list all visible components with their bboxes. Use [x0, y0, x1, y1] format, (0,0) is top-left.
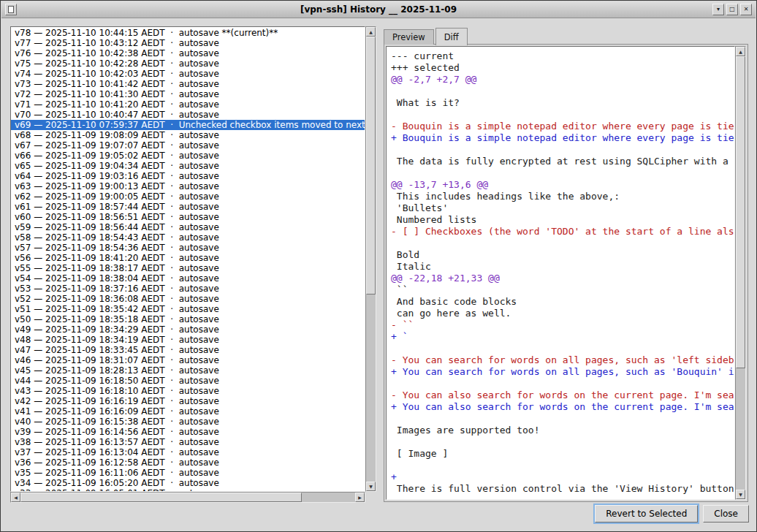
diff-line-context: Images are supported too!: [391, 425, 730, 436]
diff-line-context: [391, 238, 730, 249]
diff-line-context: [391, 413, 730, 425]
diff-line-hunk: @@ -22,18 +21,33 @@: [391, 273, 730, 284]
window-menu-button[interactable]: [5, 4, 17, 15]
version-row[interactable]: v77 — 2025-11-10 10:43:12 AEDT · autosav…: [11, 38, 365, 48]
diff-line-context: Numbered lists: [391, 214, 730, 226]
diff-line-context: [391, 109, 730, 121]
diff-pane: --- current+++ selected@@ -2,7 +2,7 @@ W…: [384, 44, 748, 502]
version-row[interactable]: v62 — 2025-11-09 19:00:05 AEDT · autosav…: [11, 191, 365, 202]
version-row[interactable]: v55 — 2025-11-09 18:38:17 AEDT · autosav…: [11, 263, 365, 273]
version-row[interactable]: v43 — 2025-11-09 16:18:10 AEDT · autosav…: [11, 386, 365, 396]
version-row[interactable]: v42 — 2025-11-09 16:16:19 AEDT · autosav…: [11, 396, 365, 406]
version-row[interactable]: v36 — 2025-11-09 16:12:58 AEDT · autosav…: [11, 457, 365, 468]
revert-to-selected-button[interactable]: Revert to Selected: [595, 505, 698, 522]
titlebar: [vpn-ssh] History __ 2025-11-09 ▾ □ ✕: [1, 1, 756, 18]
version-row[interactable]: v60 — 2025-11-09 18:56:51 AEDT · autosav…: [11, 212, 365, 222]
tab-diff[interactable]: Diff: [435, 28, 468, 45]
diff-line-context: Italic: [391, 261, 730, 273]
version-row[interactable]: v59 — 2025-11-09 18:56:44 AEDT · autosav…: [11, 222, 365, 232]
version-row[interactable]: v74 — 2025-11-10 10:42:03 AEDT · autosav…: [11, 69, 365, 79]
diff-line-added: + Bouquin is a simple notepad editor whe…: [391, 132, 730, 144]
version-row[interactable]: v38 — 2025-11-09 16:13:57 AEDT · autosav…: [11, 437, 365, 447]
close-icon: ✕: [744, 6, 749, 12]
close-dialog-button[interactable]: Close: [703, 505, 749, 522]
version-row[interactable]: v61 — 2025-11-09 18:57:44 AEDT · autosav…: [11, 202, 365, 212]
version-row[interactable]: v65 — 2025-11-09 19:04:34 AEDT · autosav…: [11, 161, 365, 171]
diff-line-context: What is it?: [391, 97, 730, 109]
version-row-selected[interactable]: v69 — 2025-11-10 07:59:37 AEDT · Uncheck…: [11, 120, 365, 130]
version-row[interactable]: v39 — 2025-11-09 16:14:56 AEDT · autosav…: [11, 427, 365, 437]
diff-line-added: + You can also search for words on the c…: [391, 401, 730, 413]
diff-vscroll-thumb[interactable]: [736, 56, 745, 368]
version-row[interactable]: v68 — 2025-11-09 19:08:09 AEDT · autosav…: [11, 130, 365, 140]
version-row[interactable]: v48 — 2025-11-09 18:34:19 AEDT · autosav…: [11, 335, 365, 345]
list-vscroll-trough[interactable]: [366, 37, 376, 482]
version-row[interactable]: v66 — 2025-11-09 19:05:02 AEDT · autosav…: [11, 151, 365, 161]
version-row[interactable]: v76 — 2025-11-10 10:42:38 AEDT · autosav…: [11, 48, 365, 58]
diff-line-context: [ Image ]: [391, 448, 730, 460]
version-row[interactable]: v57 — 2025-11-09 18:54:36 AEDT · autosav…: [11, 243, 365, 253]
version-row[interactable]: v41 — 2025-11-09 16:16:09 AEDT · autosav…: [11, 406, 365, 417]
diff-vertical-scrollbar[interactable]: ▲ ▼: [735, 46, 746, 500]
version-row[interactable]: v51 — 2025-11-09 18:35:42 AEDT · autosav…: [11, 304, 365, 314]
version-row[interactable]: v67 — 2025-11-09 19:07:07 AEDT · autosav…: [11, 140, 365, 151]
diff-line-removed: - You can also search for words on the c…: [391, 390, 730, 401]
version-row[interactable]: v46 — 2025-11-09 18:31:07 AEDT · autosav…: [11, 355, 365, 365]
diff-line-context: This includes headings like the above,:: [391, 191, 730, 202]
list-vscroll-thumb[interactable]: [366, 37, 376, 294]
minimize-button[interactable]: ▾: [712, 4, 724, 15]
version-row[interactable]: v58 — 2025-11-09 18:54:43 AEDT · autosav…: [11, 232, 365, 243]
version-row[interactable]: v44 — 2025-11-09 16:18:50 AEDT · autosav…: [11, 376, 365, 386]
version-row[interactable]: v64 — 2025-11-09 19:03:16 AEDT · autosav…: [11, 171, 365, 181]
scroll-down-arrow-icon[interactable]: ▼: [366, 482, 376, 491]
list-hscroll-thumb[interactable]: [20, 493, 302, 502]
version-row[interactable]: v53 — 2025-11-09 18:37:16 AEDT · autosav…: [11, 284, 365, 294]
diff-line-context: [391, 460, 730, 471]
scroll-left-arrow-icon[interactable]: ◀: [11, 493, 20, 502]
tab-preview[interactable]: Preview: [384, 29, 434, 45]
version-row[interactable]: v63 — 2025-11-09 19:00:13 AEDT · autosav…: [11, 181, 365, 191]
scroll-up-arrow-icon[interactable]: ▲: [366, 27, 376, 37]
list-hscroll-trough[interactable]: [20, 493, 355, 502]
version-row[interactable]: v52 — 2025-11-09 18:36:08 AEDT · autosav…: [11, 294, 365, 304]
tab-bar: Preview Diff: [384, 27, 469, 45]
version-row[interactable]: v40 — 2025-11-09 16:15:38 AEDT · autosav…: [11, 417, 365, 427]
diff-line-context: [391, 86, 730, 97]
version-history-list[interactable]: v78 — 2025-11-10 10:44:15 AEDT · autosav…: [10, 26, 365, 492]
version-row[interactable]: v70 — 2025-11-10 10:40:47 AEDT · autosav…: [11, 110, 365, 120]
version-row[interactable]: v35 — 2025-11-09 16:11:06 AEDT · autosav…: [11, 468, 365, 478]
diff-line-context: And basic code blocks: [391, 296, 730, 308]
diff-line-removed: - [ ] Checkboxes (the word 'TODO' at the…: [391, 226, 730, 238]
diff-view[interactable]: --- current+++ selected@@ -2,7 +2,7 @@ W…: [386, 46, 735, 500]
diff-scroll-down-arrow-icon[interactable]: ▼: [736, 490, 745, 499]
action-buttons: Revert to Selected Close: [595, 505, 749, 522]
version-row[interactable]: v72 — 2025-11-10 10:41:30 AEDT · autosav…: [11, 89, 365, 99]
diff-line-context: Bold: [391, 249, 730, 261]
version-row[interactable]: v73 — 2025-11-10 10:41:42 AEDT · autosav…: [11, 79, 365, 89]
diff-scroll-up-arrow-icon[interactable]: ▲: [736, 47, 745, 56]
list-horizontal-scrollbar[interactable]: ◀ ▶: [10, 492, 365, 503]
diff-line-context: [391, 378, 730, 390]
diff-line-context: [391, 167, 730, 179]
diff-line-hunk: @@ -13,7 +13,6 @@: [391, 179, 730, 191]
maximize-button[interactable]: □: [726, 4, 738, 15]
version-row[interactable]: v54 — 2025-11-09 18:38:04 AEDT · autosav…: [11, 273, 365, 284]
diff-vscroll-trough[interactable]: [736, 56, 745, 490]
version-row[interactable]: v56 — 2025-11-09 18:41:20 AEDT · autosav…: [11, 253, 365, 263]
version-row[interactable]: v45 — 2025-11-09 18:28:13 AEDT · autosav…: [11, 365, 365, 376]
version-row[interactable]: v37 — 2025-11-09 16:13:04 AEDT · autosav…: [11, 447, 365, 457]
version-row[interactable]: v75 — 2025-11-10 10:42:28 AEDT · autosav…: [11, 58, 365, 69]
diff-line-added: +: [391, 471, 730, 483]
diff-line-removed: - You can search for words on all pages,…: [391, 354, 730, 366]
version-row[interactable]: v71 — 2025-11-10 10:41:20 AEDT · autosav…: [11, 99, 365, 110]
app-icon: [8, 6, 14, 13]
version-row[interactable]: v78 — 2025-11-10 10:44:15 AEDT · autosav…: [11, 28, 365, 38]
version-row[interactable]: v34 — 2025-11-09 16:05:20 AEDT · autosav…: [11, 478, 365, 488]
diff-line-added: + You can search for words on all pages,…: [391, 366, 730, 378]
close-window-button[interactable]: ✕: [740, 4, 752, 15]
version-row[interactable]: v47 — 2025-11-09 18:33:45 AEDT · autosav…: [11, 345, 365, 355]
scroll-right-arrow-icon[interactable]: ▶: [355, 493, 365, 502]
version-row[interactable]: v50 — 2025-11-09 18:35:18 AEDT · autosav…: [11, 314, 365, 324]
list-vertical-scrollbar[interactable]: ▲ ▼: [365, 26, 376, 492]
version-row[interactable]: v49 — 2025-11-09 18:34:29 AEDT · autosav…: [11, 324, 365, 335]
